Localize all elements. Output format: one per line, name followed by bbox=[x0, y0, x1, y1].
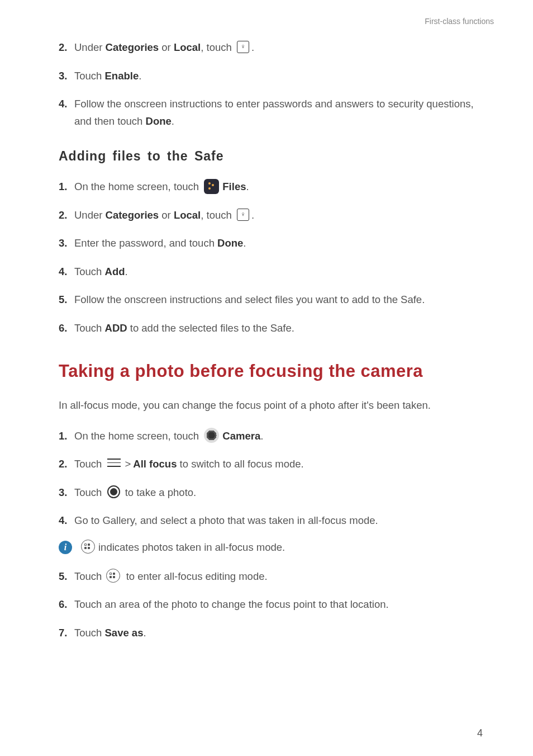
step-number: 3. bbox=[59, 68, 72, 85]
bold-local: Local bbox=[174, 209, 201, 221]
step-body: Enter the password, and touch Done. bbox=[74, 235, 483, 252]
camera-app-icon bbox=[204, 428, 219, 443]
text: . bbox=[251, 41, 254, 53]
text: or bbox=[159, 41, 174, 53]
text: to add the selected files to the Safe. bbox=[127, 322, 294, 334]
step-number: 3. bbox=[59, 484, 72, 502]
bold-all-focus: All focus bbox=[133, 458, 177, 470]
text: On the home screen, touch bbox=[74, 430, 202, 442]
heading-taking-photo: Taking a photo before focusing the camer… bbox=[59, 361, 483, 381]
files-app-icon bbox=[204, 179, 219, 194]
text: Touch bbox=[74, 570, 105, 582]
text: . bbox=[125, 266, 127, 277]
step-number: 2. bbox=[59, 456, 72, 473]
text: . bbox=[143, 627, 146, 639]
step-4: 4. Follow the onscreen instructions to e… bbox=[59, 96, 483, 130]
step-number: 4. bbox=[59, 263, 72, 281]
text: Under bbox=[74, 41, 106, 53]
text: . bbox=[243, 237, 246, 249]
page-container: First-class functions 2. Under Categorie… bbox=[0, 0, 533, 756]
step-body: Touch Enable. bbox=[74, 68, 483, 85]
step-body: Follow the onscreen instructions to ente… bbox=[74, 96, 483, 130]
intro-paragraph: In all-focus mode, you can change the fo… bbox=[59, 397, 483, 414]
all-focus-indicator-icon bbox=[81, 540, 95, 554]
all-focus-edit-icon bbox=[106, 569, 120, 583]
text: to switch to all focus mode. bbox=[177, 458, 303, 470]
text: Enter the password, and touch bbox=[74, 237, 217, 249]
step-body: Go to Gallery, and select a photo that w… bbox=[74, 512, 483, 530]
step-number: 6. bbox=[59, 596, 72, 613]
step-body: Under Categories or Local, touch . bbox=[74, 39, 483, 56]
text: Touch bbox=[74, 266, 105, 277]
step-body: On the home screen, touch Files. bbox=[74, 178, 483, 196]
text: . bbox=[246, 181, 249, 192]
step-body: Touch to take a photo. bbox=[74, 484, 483, 502]
text: . bbox=[251, 209, 254, 221]
step-6: 6. Touch ADD to add the selected files t… bbox=[59, 320, 483, 337]
shutter-icon bbox=[107, 485, 120, 498]
text: Touch bbox=[74, 70, 105, 82]
step-body: Touch ADD to add the selected files to t… bbox=[74, 320, 483, 337]
step-number: 5. bbox=[59, 568, 72, 585]
header-section-label: First-class functions bbox=[59, 17, 494, 26]
step-number: 6. bbox=[59, 320, 72, 337]
text: Under bbox=[74, 209, 106, 221]
step-number: 4. bbox=[59, 96, 72, 130]
text: to enter all-focus editing mode. bbox=[123, 570, 268, 582]
bold-categories: Categories bbox=[106, 41, 159, 53]
bold-add-caps: ADD bbox=[105, 322, 127, 334]
bold-done: Done bbox=[146, 115, 172, 127]
step-2: 2. Under Categories or Local, touch . bbox=[59, 39, 483, 56]
step-number: 2. bbox=[59, 39, 72, 56]
bold-done: Done bbox=[217, 237, 243, 249]
bold-camera: Camera bbox=[222, 430, 260, 442]
bold-local: Local bbox=[174, 41, 201, 53]
text: . bbox=[172, 115, 174, 127]
step-body: Touch Add. bbox=[74, 263, 483, 281]
text: On the home screen, touch bbox=[74, 181, 202, 192]
text: Follow the onscreen instructions to ente… bbox=[74, 98, 474, 127]
info-note: i indicates photos taken in all-focus mo… bbox=[59, 541, 483, 555]
bold-enable: Enable bbox=[105, 70, 139, 82]
text: , touch bbox=[201, 41, 235, 53]
safe-icon bbox=[237, 41, 249, 53]
text: Touch bbox=[74, 458, 105, 470]
bold-add: Add bbox=[105, 266, 125, 277]
text: . bbox=[260, 430, 263, 442]
step-body: Touch an area of the photo to change the… bbox=[74, 596, 483, 613]
step-number: 7. bbox=[59, 625, 72, 642]
step-body: Touch >All focus to switch to all focus … bbox=[74, 456, 483, 473]
step-number: 1. bbox=[59, 428, 72, 445]
step-1: 1. On the home screen, touch Camera. bbox=[59, 428, 483, 445]
heading-adding-files: Adding files to the Safe bbox=[59, 149, 483, 164]
info-icon: i bbox=[59, 541, 72, 554]
page-number: 4 bbox=[477, 727, 483, 739]
safe-icon bbox=[237, 209, 249, 221]
text: . bbox=[139, 70, 141, 82]
step-5: 5. Follow the onscreen instructions and … bbox=[59, 291, 483, 309]
text: , touch bbox=[201, 209, 235, 221]
step-number: 3. bbox=[59, 235, 72, 252]
step-3: 3. Enter the password, and touch Done. bbox=[59, 235, 483, 252]
text: or bbox=[159, 209, 174, 221]
text: Touch bbox=[74, 322, 105, 334]
bold-categories: Categories bbox=[106, 209, 159, 221]
step-3: 3. Touch Enable. bbox=[59, 68, 483, 85]
step-number: 5. bbox=[59, 291, 72, 309]
step-body: Under Categories or Local, touch . bbox=[74, 207, 483, 224]
step-number: 4. bbox=[59, 512, 72, 530]
step-7: 7. Touch Save as. bbox=[59, 625, 483, 642]
step-5: 5. Touch to enter all-focus editing mode… bbox=[59, 568, 483, 585]
step-3: 3. Touch to take a photo. bbox=[59, 484, 483, 502]
bold-files: Files bbox=[222, 181, 246, 192]
step-2: 2. Under Categories or Local, touch . bbox=[59, 207, 483, 224]
step-6: 6. Touch an area of the photo to change … bbox=[59, 596, 483, 613]
menu-icon bbox=[107, 459, 121, 469]
step-body: Touch to enter all-focus editing mode. bbox=[74, 568, 483, 585]
step-4: 4. Touch Add. bbox=[59, 263, 483, 281]
bold-save-as: Save as bbox=[105, 627, 144, 639]
step-body: Follow the onscreen instructions and sel… bbox=[74, 291, 483, 309]
step-number: 2. bbox=[59, 207, 72, 224]
step-4: 4. Go to Gallery, and select a photo tha… bbox=[59, 512, 483, 530]
info-text: indicates photos taken in all-focus mode… bbox=[98, 541, 285, 554]
